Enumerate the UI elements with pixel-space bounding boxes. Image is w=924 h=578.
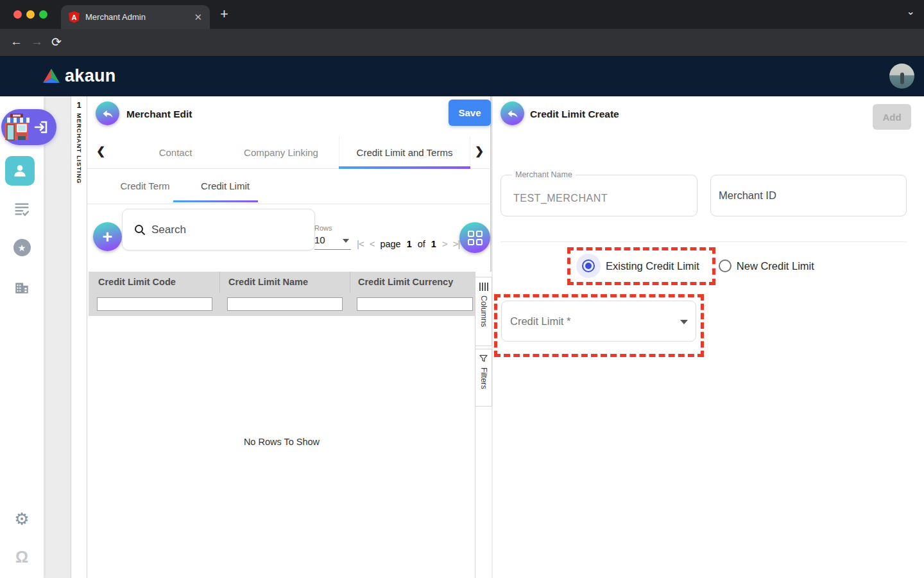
gear-icon: ⚙ xyxy=(14,509,29,529)
search-box[interactable] xyxy=(122,209,315,250)
filters-tab-label: Filters xyxy=(479,367,488,389)
angular-favicon: A xyxy=(69,12,80,23)
pagination: |< < page 1 of 1 > >| xyxy=(357,238,459,249)
merchant-name-value: TEST_MERCHANT xyxy=(513,193,608,204)
browser-toolbar: ← → ⟳ akaun.cloud/#/applets/wavelet/erp/… xyxy=(0,29,924,57)
table-filter-row xyxy=(89,293,475,316)
add-record-button[interactable]: + xyxy=(93,222,122,251)
credit-limit-dropdown-label: Credit Limit * xyxy=(510,315,570,328)
tab-contact[interactable]: Contact xyxy=(139,136,212,169)
grid-side-strip: Columns Filters xyxy=(475,272,492,578)
panel-title: Credit Limit Create xyxy=(530,109,619,120)
sidebar-item-listing[interactable] xyxy=(0,200,44,221)
rows-label: Rows xyxy=(314,224,332,232)
subtab-credit-limit[interactable]: Credit Limit xyxy=(184,170,267,202)
tab-credit-limit-and-terms[interactable]: Credit Limit and Terms xyxy=(339,136,470,169)
person-icon xyxy=(12,162,28,179)
window-close-button[interactable] xyxy=(13,10,22,19)
listing-tab-index: 1 xyxy=(71,100,87,110)
shop-icon xyxy=(4,113,30,141)
filter-input-credit-limit-name[interactable] xyxy=(227,297,343,311)
current-page: 1 xyxy=(407,239,412,249)
columns-tab[interactable]: Columns xyxy=(475,277,492,346)
sidebar-item-favorites[interactable]: ★ xyxy=(0,239,44,256)
tab-company-linking[interactable]: Company Linking xyxy=(223,136,339,169)
save-button[interactable]: Save xyxy=(449,100,491,126)
grid-view-button[interactable] xyxy=(459,222,490,253)
browser-tab[interactable]: A Merchant Admin ✕ xyxy=(61,5,210,29)
column-header-credit-limit-currency[interactable]: Credit Limit Currency xyxy=(358,277,453,287)
forward-icon[interactable]: → xyxy=(31,35,43,49)
window-maximize-button[interactable] xyxy=(39,10,47,19)
last-page-button[interactable]: >| xyxy=(453,238,460,249)
columns-tab-label: Columns xyxy=(479,295,488,327)
sidebar-item-settings[interactable]: ⚙ xyxy=(0,509,44,529)
columns-icon xyxy=(479,283,488,291)
search-icon xyxy=(134,224,146,236)
active-tab-underline xyxy=(339,166,470,169)
back-icon[interactable]: ← xyxy=(10,35,22,49)
new-tab-button[interactable]: + xyxy=(220,7,228,21)
app-header: akaun xyxy=(0,57,924,96)
sidebar-item-merchant-active[interactable] xyxy=(1,109,56,145)
filter-input-credit-limit-code[interactable] xyxy=(97,297,212,311)
radio-selected-icon xyxy=(582,259,595,272)
app-sidebar: ★ ⚙ Ω xyxy=(0,96,44,578)
user-avatar[interactable] xyxy=(889,64,914,89)
merchant-name-label: Merchant Name xyxy=(512,170,576,179)
star-circle-icon: ★ xyxy=(13,239,31,256)
rows-caret-icon[interactable] xyxy=(343,239,349,243)
plus-icon: + xyxy=(103,223,113,250)
list-check-icon xyxy=(13,200,31,218)
tab-close-icon[interactable]: ✕ xyxy=(194,12,202,23)
browser-tab-strip: A Merchant Admin ✕ + ⌄ xyxy=(0,0,924,29)
next-page-button[interactable]: > xyxy=(442,238,447,249)
building-icon xyxy=(13,279,30,295)
column-header-credit-limit-code[interactable]: Credit Limit Code xyxy=(98,277,176,287)
login-arrow-icon xyxy=(33,119,49,135)
tab-bar: ❮ Contact Company Linking Credit Limit a… xyxy=(87,136,492,169)
search-input[interactable] xyxy=(151,223,280,236)
radio-existing-credit-limit[interactable] xyxy=(576,254,601,278)
sidebar-item-support[interactable]: Ω xyxy=(0,548,44,566)
total-pages: 1 xyxy=(431,239,436,249)
credit-limit-dropdown[interactable]: Credit Limit * xyxy=(501,301,696,342)
akaun-logo[interactable]: akaun xyxy=(42,66,116,86)
credit-limit-create-panel: Credit Limit Create Add Merchant Name TE… xyxy=(493,96,924,578)
add-button[interactable]: Add xyxy=(873,104,911,130)
akaun-logo-icon xyxy=(42,68,60,84)
reload-icon[interactable]: ⟳ xyxy=(51,35,62,49)
tab-scroll-right-icon[interactable]: ❯ xyxy=(475,144,484,158)
chevron-down-icon[interactable]: ⌄ xyxy=(907,5,915,17)
active-subtab-underline xyxy=(173,200,258,202)
of-word: of xyxy=(418,239,425,249)
filters-tab[interactable]: Filters xyxy=(475,349,492,407)
logo-text: akaun xyxy=(65,66,116,86)
sidebar-item-organization[interactable] xyxy=(0,279,44,298)
dropdown-caret-icon xyxy=(680,320,688,324)
listing-tab-label: MERCHANT LISTING xyxy=(76,113,83,184)
tab-scroll-left-icon[interactable]: ❮ xyxy=(96,144,105,158)
back-button[interactable] xyxy=(501,101,524,125)
headset-icon: Ω xyxy=(15,548,28,566)
grid-icon xyxy=(468,231,483,245)
merchant-id-placeholder: Merchant ID xyxy=(719,189,776,202)
window-minimize-button[interactable] xyxy=(26,10,35,19)
tab-title: Merchant Admin xyxy=(85,12,194,22)
back-button[interactable] xyxy=(96,101,119,125)
reply-arrow-icon xyxy=(507,109,518,119)
radio-new-label: New Credit Limit xyxy=(737,260,814,272)
radio-new-credit-limit[interactable]: New Credit Limit xyxy=(719,259,814,272)
table-header: Credit Limit Code Credit Limit Name Cred… xyxy=(89,272,475,293)
column-header-credit-limit-name[interactable]: Credit Limit Name xyxy=(228,277,308,287)
prev-page-button[interactable]: < xyxy=(370,238,375,249)
panel-title: Merchant Edit xyxy=(126,109,192,120)
first-page-button[interactable]: |< xyxy=(357,238,364,249)
filter-input-credit-limit-currency[interactable] xyxy=(357,297,473,311)
merchant-edit-panel: Merchant Edit Save ❮ Contact Company Lin… xyxy=(87,96,492,578)
divider xyxy=(501,241,907,242)
radio-existing-label: Existing Credit Limit xyxy=(606,260,699,272)
subtab-credit-term[interactable]: Credit Term xyxy=(103,170,187,202)
sidebar-item-contacts[interactable] xyxy=(5,156,35,186)
merchant-listing-tab[interactable]: 1 MERCHANT LISTING xyxy=(71,96,87,578)
